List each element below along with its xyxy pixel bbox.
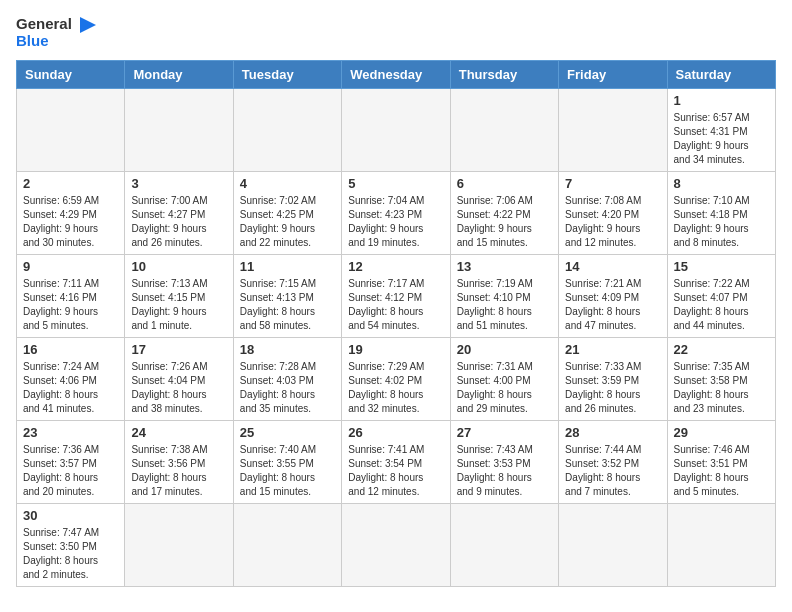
calendar-cell: 18Sunrise: 7:28 AM Sunset: 4:03 PM Dayli…	[233, 337, 341, 420]
calendar-cell: 16Sunrise: 7:24 AM Sunset: 4:06 PM Dayli…	[17, 337, 125, 420]
calendar-cell	[342, 503, 450, 586]
day-number: 18	[240, 342, 335, 357]
calendar-cell: 27Sunrise: 7:43 AM Sunset: 3:53 PM Dayli…	[450, 420, 558, 503]
day-info: Sunrise: 7:38 AM Sunset: 3:56 PM Dayligh…	[131, 443, 226, 499]
calendar-cell	[125, 503, 233, 586]
calendar-cell: 23Sunrise: 7:36 AM Sunset: 3:57 PM Dayli…	[17, 420, 125, 503]
calendar-cell: 17Sunrise: 7:26 AM Sunset: 4:04 PM Dayli…	[125, 337, 233, 420]
calendar-cell: 11Sunrise: 7:15 AM Sunset: 4:13 PM Dayli…	[233, 254, 341, 337]
day-number: 17	[131, 342, 226, 357]
day-number: 22	[674, 342, 769, 357]
day-info: Sunrise: 7:06 AM Sunset: 4:22 PM Dayligh…	[457, 194, 552, 250]
day-info: Sunrise: 7:41 AM Sunset: 3:54 PM Dayligh…	[348, 443, 443, 499]
week-row-6: 30Sunrise: 7:47 AM Sunset: 3:50 PM Dayli…	[17, 503, 776, 586]
calendar: SundayMondayTuesdayWednesdayThursdayFrid…	[16, 60, 776, 587]
day-number: 2	[23, 176, 118, 191]
day-info: Sunrise: 7:29 AM Sunset: 4:02 PM Dayligh…	[348, 360, 443, 416]
day-number: 4	[240, 176, 335, 191]
calendar-cell: 2Sunrise: 6:59 AM Sunset: 4:29 PM Daylig…	[17, 171, 125, 254]
day-number: 28	[565, 425, 660, 440]
day-info: Sunrise: 7:19 AM Sunset: 4:10 PM Dayligh…	[457, 277, 552, 333]
day-number: 12	[348, 259, 443, 274]
page-header: General Blue	[16, 16, 776, 50]
calendar-cell: 28Sunrise: 7:44 AM Sunset: 3:52 PM Dayli…	[559, 420, 667, 503]
day-info: Sunrise: 7:24 AM Sunset: 4:06 PM Dayligh…	[23, 360, 118, 416]
day-info: Sunrise: 7:11 AM Sunset: 4:16 PM Dayligh…	[23, 277, 118, 333]
logo-blue: Blue	[16, 33, 96, 50]
day-number: 20	[457, 342, 552, 357]
logo: General Blue	[16, 16, 96, 50]
day-info: Sunrise: 7:04 AM Sunset: 4:23 PM Dayligh…	[348, 194, 443, 250]
calendar-cell: 29Sunrise: 7:46 AM Sunset: 3:51 PM Dayli…	[667, 420, 775, 503]
day-info: Sunrise: 7:10 AM Sunset: 4:18 PM Dayligh…	[674, 194, 769, 250]
day-number: 14	[565, 259, 660, 274]
day-info: Sunrise: 7:46 AM Sunset: 3:51 PM Dayligh…	[674, 443, 769, 499]
day-info: Sunrise: 7:31 AM Sunset: 4:00 PM Dayligh…	[457, 360, 552, 416]
day-info: Sunrise: 7:15 AM Sunset: 4:13 PM Dayligh…	[240, 277, 335, 333]
calendar-cell: 8Sunrise: 7:10 AM Sunset: 4:18 PM Daylig…	[667, 171, 775, 254]
week-row-2: 2Sunrise: 6:59 AM Sunset: 4:29 PM Daylig…	[17, 171, 776, 254]
calendar-cell: 10Sunrise: 7:13 AM Sunset: 4:15 PM Dayli…	[125, 254, 233, 337]
day-header-saturday: Saturday	[667, 60, 775, 88]
day-header-friday: Friday	[559, 60, 667, 88]
day-number: 9	[23, 259, 118, 274]
calendar-cell: 20Sunrise: 7:31 AM Sunset: 4:00 PM Dayli…	[450, 337, 558, 420]
day-info: Sunrise: 7:36 AM Sunset: 3:57 PM Dayligh…	[23, 443, 118, 499]
calendar-cell	[450, 88, 558, 171]
calendar-cell: 5Sunrise: 7:04 AM Sunset: 4:23 PM Daylig…	[342, 171, 450, 254]
day-number: 16	[23, 342, 118, 357]
day-number: 25	[240, 425, 335, 440]
logo-general: General	[16, 16, 96, 33]
day-number: 19	[348, 342, 443, 357]
day-number: 7	[565, 176, 660, 191]
calendar-cell: 21Sunrise: 7:33 AM Sunset: 3:59 PM Dayli…	[559, 337, 667, 420]
calendar-cell	[667, 503, 775, 586]
day-number: 30	[23, 508, 118, 523]
day-info: Sunrise: 7:44 AM Sunset: 3:52 PM Dayligh…	[565, 443, 660, 499]
calendar-cell: 15Sunrise: 7:22 AM Sunset: 4:07 PM Dayli…	[667, 254, 775, 337]
day-number: 11	[240, 259, 335, 274]
calendar-cell: 12Sunrise: 7:17 AM Sunset: 4:12 PM Dayli…	[342, 254, 450, 337]
week-row-5: 23Sunrise: 7:36 AM Sunset: 3:57 PM Dayli…	[17, 420, 776, 503]
day-info: Sunrise: 7:08 AM Sunset: 4:20 PM Dayligh…	[565, 194, 660, 250]
day-header-tuesday: Tuesday	[233, 60, 341, 88]
day-number: 8	[674, 176, 769, 191]
day-header-monday: Monday	[125, 60, 233, 88]
calendar-cell	[342, 88, 450, 171]
day-info: Sunrise: 7:02 AM Sunset: 4:25 PM Dayligh…	[240, 194, 335, 250]
day-info: Sunrise: 7:26 AM Sunset: 4:04 PM Dayligh…	[131, 360, 226, 416]
day-number: 26	[348, 425, 443, 440]
day-info: Sunrise: 7:28 AM Sunset: 4:03 PM Dayligh…	[240, 360, 335, 416]
day-info: Sunrise: 7:35 AM Sunset: 3:58 PM Dayligh…	[674, 360, 769, 416]
day-info: Sunrise: 7:13 AM Sunset: 4:15 PM Dayligh…	[131, 277, 226, 333]
calendar-cell	[17, 88, 125, 171]
day-header-sunday: Sunday	[17, 60, 125, 88]
days-header-row: SundayMondayTuesdayWednesdayThursdayFrid…	[17, 60, 776, 88]
day-number: 6	[457, 176, 552, 191]
day-info: Sunrise: 7:22 AM Sunset: 4:07 PM Dayligh…	[674, 277, 769, 333]
day-info: Sunrise: 7:17 AM Sunset: 4:12 PM Dayligh…	[348, 277, 443, 333]
day-info: Sunrise: 7:43 AM Sunset: 3:53 PM Dayligh…	[457, 443, 552, 499]
calendar-cell: 9Sunrise: 7:11 AM Sunset: 4:16 PM Daylig…	[17, 254, 125, 337]
calendar-cell: 13Sunrise: 7:19 AM Sunset: 4:10 PM Dayli…	[450, 254, 558, 337]
day-number: 1	[674, 93, 769, 108]
week-row-1: 1Sunrise: 6:57 AM Sunset: 4:31 PM Daylig…	[17, 88, 776, 171]
calendar-cell	[450, 503, 558, 586]
week-row-4: 16Sunrise: 7:24 AM Sunset: 4:06 PM Dayli…	[17, 337, 776, 420]
day-header-thursday: Thursday	[450, 60, 558, 88]
day-number: 21	[565, 342, 660, 357]
calendar-cell	[559, 503, 667, 586]
calendar-cell	[233, 503, 341, 586]
logo-container: General Blue	[16, 16, 96, 50]
calendar-cell: 14Sunrise: 7:21 AM Sunset: 4:09 PM Dayli…	[559, 254, 667, 337]
day-number: 15	[674, 259, 769, 274]
day-number: 13	[457, 259, 552, 274]
day-info: Sunrise: 7:21 AM Sunset: 4:09 PM Dayligh…	[565, 277, 660, 333]
day-info: Sunrise: 6:57 AM Sunset: 4:31 PM Dayligh…	[674, 111, 769, 167]
day-number: 24	[131, 425, 226, 440]
day-info: Sunrise: 7:40 AM Sunset: 3:55 PM Dayligh…	[240, 443, 335, 499]
calendar-cell	[125, 88, 233, 171]
calendar-cell: 22Sunrise: 7:35 AM Sunset: 3:58 PM Dayli…	[667, 337, 775, 420]
day-number: 5	[348, 176, 443, 191]
calendar-cell: 30Sunrise: 7:47 AM Sunset: 3:50 PM Dayli…	[17, 503, 125, 586]
